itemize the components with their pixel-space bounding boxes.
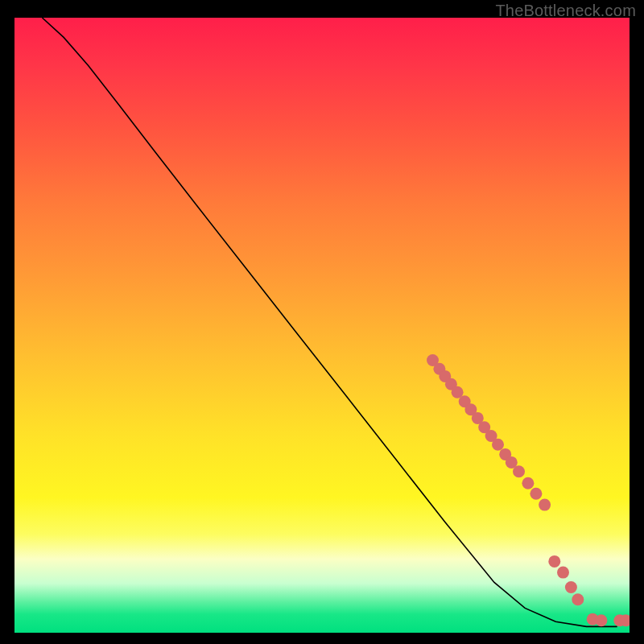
data-marker xyxy=(572,593,584,605)
plot-area xyxy=(14,18,630,633)
chart-frame: TheBottleneck.com xyxy=(0,0,644,644)
chart-overlay xyxy=(14,18,630,633)
data-marker xyxy=(595,614,607,626)
data-marker xyxy=(539,499,551,511)
data-marker xyxy=(548,555,560,568)
curve-line xyxy=(42,18,617,626)
data-marker xyxy=(530,488,542,500)
data-marker xyxy=(492,439,504,451)
data-marker xyxy=(557,567,569,579)
data-marker xyxy=(513,465,525,477)
marker-group xyxy=(427,354,630,626)
data-marker xyxy=(522,477,534,489)
watermark-text: TheBottleneck.com xyxy=(495,2,636,20)
data-marker xyxy=(565,581,577,593)
